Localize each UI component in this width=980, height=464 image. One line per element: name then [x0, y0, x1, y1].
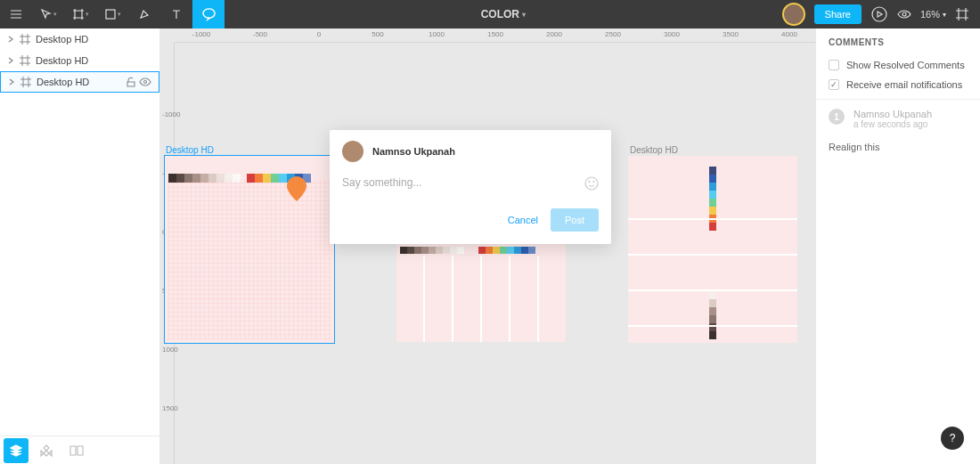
chevron-right-icon: [7, 36, 14, 43]
comment-number: 1: [829, 109, 845, 125]
visibility-icon[interactable]: [139, 77, 151, 87]
cancel-button[interactable]: Cancel: [508, 215, 538, 225]
show-resolved-toggle[interactable]: Show Resolved Comments: [829, 60, 968, 70]
layers-tab-icon[interactable]: [4, 438, 29, 463]
hamburger-menu[interactable]: [0, 0, 32, 28]
artboard[interactable]: [628, 156, 797, 343]
svg-point-1: [872, 7, 886, 21]
chevron-down-icon: ▾: [522, 11, 526, 19]
svg-point-4: [585, 177, 598, 190]
email-notif-toggle[interactable]: Receive email notifications: [829, 79, 968, 90]
comment-item[interactable]: 1 Namnso Ukpanah a few seconds ago: [829, 109, 968, 129]
library-tab-icon[interactable]: [64, 438, 89, 463]
move-tool[interactable]: ▾: [32, 0, 64, 28]
svg-rect-0: [106, 10, 115, 19]
layer-row[interactable]: Desktop HD: [0, 50, 159, 71]
comment-input[interactable]: [342, 176, 599, 189]
chevron-right-icon: [8, 78, 15, 85]
emoji-icon[interactable]: [584, 176, 599, 192]
grid-overlay: [168, 179, 331, 339]
layers-panel: Desktop HD Desktop HD Desktop HD: [0, 28, 160, 436]
panel-title: COMMENTS: [829, 37, 968, 47]
artboard-label[interactable]: Desktop HD: [166, 145, 214, 155]
document-title[interactable]: COLOR▾: [225, 8, 782, 20]
share-button[interactable]: Share: [814, 4, 862, 24]
post-button[interactable]: Post: [551, 208, 599, 232]
ruler-horizontal: -1000 -500 0 500 1000 1500 2000 2500 300…: [175, 28, 815, 43]
layer-row[interactable]: Desktop HD: [0, 71, 159, 93]
user-avatar[interactable]: [782, 3, 805, 26]
frame-tool[interactable]: ▾: [64, 0, 96, 28]
comments-panel: COMMENTS Show Resolved Comments Receive …: [815, 28, 980, 464]
comment-author: Namnso Ukpanah: [853, 109, 932, 119]
frame-icon: [20, 34, 30, 45]
svg-point-5: [589, 181, 590, 182]
svg-point-6: [593, 181, 594, 182]
zoom-control[interactable]: 16%▾: [920, 9, 946, 20]
shape-tool[interactable]: ▾: [96, 0, 128, 28]
pen-tool[interactable]: [128, 0, 160, 28]
pixel-grid-icon[interactable]: [955, 7, 969, 21]
swatch-row: [478, 247, 535, 254]
frame-icon: [20, 55, 30, 66]
layer-name: Desktop HD: [36, 34, 152, 45]
left-bottom-bar: [0, 436, 160, 464]
comment-pin[interactable]: [287, 176, 306, 201]
layer-name: Desktop HD: [37, 77, 120, 87]
artboard-label[interactable]: Desktop HD: [630, 145, 678, 155]
layer-name: Desktop HD: [36, 55, 152, 66]
svg-point-2: [902, 12, 906, 16]
artboard[interactable]: [396, 233, 566, 342]
comment-tool[interactable]: [192, 0, 225, 28]
checkbox-icon: [829, 60, 839, 70]
chevron-right-icon: [7, 57, 14, 64]
frame-icon: [20, 77, 31, 87]
comment-popup: Namnso Ukpanah Cancel Post: [330, 130, 611, 244]
comment-time: a few seconds ago: [853, 119, 932, 129]
svg-point-3: [144, 81, 147, 84]
swatch-column: [709, 291, 716, 339]
top-toolbar: ▾ ▾ ▾ COLOR▾ Share 16%▾: [0, 0, 980, 28]
artboard[interactable]: [165, 156, 334, 343]
comment-author: Namnso Ukpanah: [372, 146, 455, 157]
canvas[interactable]: -1000 -500 0 500 1000 1500 2000 2500 300…: [160, 28, 815, 464]
prototype-play-icon[interactable]: [870, 5, 888, 23]
view-icon[interactable]: [897, 7, 911, 21]
unlock-icon[interactable]: [126, 77, 136, 87]
text-tool[interactable]: [160, 0, 192, 28]
swatch-row: [400, 247, 464, 254]
help-button[interactable]: ?: [941, 427, 964, 450]
layer-row[interactable]: Desktop HD: [0, 28, 159, 50]
comment-body: Realign this: [829, 142, 968, 152]
checkbox-checked-icon: [829, 79, 839, 90]
components-tab-icon[interactable]: [34, 438, 59, 463]
swatch-column: [709, 167, 716, 231]
avatar: [342, 141, 363, 162]
